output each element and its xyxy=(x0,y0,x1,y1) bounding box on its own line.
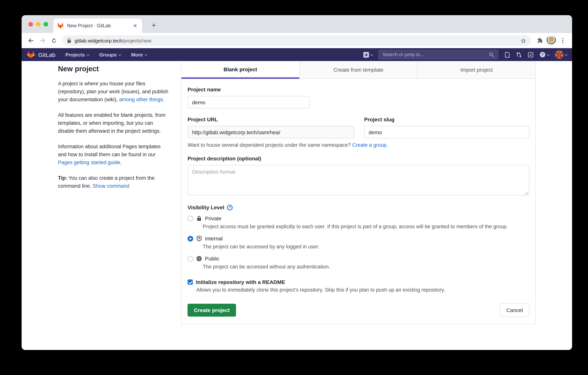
readme-label: Initialize repository with a README xyxy=(196,279,285,285)
among-other-things-link[interactable]: among other things xyxy=(119,97,163,102)
browser-menu-icon[interactable] xyxy=(558,36,567,45)
visibility-help-icon[interactable]: ? xyxy=(227,205,233,210)
tab-blank-project[interactable]: Blank project xyxy=(181,61,299,79)
pages-paragraph: Information about additional Pages templ… xyxy=(58,143,168,166)
create-a-group-link[interactable]: Create a group. xyxy=(352,142,388,148)
url-path: /projects/new xyxy=(122,38,151,44)
browser-tabstrip: New Project · GitLab ✕ + xyxy=(21,15,572,33)
nav-projects-menu[interactable]: Projects xyxy=(65,52,89,57)
pages-guide-link[interactable]: Pages getting started guide xyxy=(58,160,120,165)
url-bar[interactable]: gitlab.widgetcorp.tech/projects/new xyxy=(63,35,531,46)
chevron-down-icon xyxy=(118,53,121,56)
namespace-hint: Want to house several dependent projects… xyxy=(188,142,529,148)
globe-icon xyxy=(196,255,202,262)
reload-icon[interactable] xyxy=(49,36,59,45)
gitlab-navbar: GitLab Projects Groups More Search or ju… xyxy=(21,48,572,61)
project-name-input[interactable] xyxy=(188,96,310,109)
browser-window: New Project · GitLab ✕ + gitlab.widgetco… xyxy=(21,15,572,350)
project-slug-label: Project slug xyxy=(364,116,529,122)
project-url-label: Project URL xyxy=(188,116,354,122)
create-project-button[interactable]: Create project xyxy=(188,304,236,317)
readme-checkbox[interactable] xyxy=(188,279,193,285)
search-icon xyxy=(489,52,494,57)
chevron-down-icon xyxy=(547,53,550,56)
internal-radio[interactable] xyxy=(188,236,193,241)
visibility-option-internal: Internal The project can be accessed by … xyxy=(188,235,529,251)
user-avatar xyxy=(555,50,563,59)
todos-icon[interactable] xyxy=(528,52,534,57)
nav-groups-menu[interactable]: Groups xyxy=(99,52,120,57)
chevron-down-icon xyxy=(565,53,567,56)
page-title: New project xyxy=(58,65,168,73)
shield-icon xyxy=(196,235,202,242)
features-paragraph: All features are enabled for blank proje… xyxy=(58,111,168,135)
visibility-option-private: Private Project access must be granted e… xyxy=(188,215,529,231)
url-host: gitlab.widgetcorp.tech xyxy=(75,38,122,44)
browser-profile-avatar[interactable] xyxy=(546,36,556,45)
gitlab-logo-icon[interactable] xyxy=(27,51,35,58)
project-url-input[interactable] xyxy=(188,126,354,138)
search-placeholder: Search or jump to... xyxy=(383,52,489,57)
gitlab-brand[interactable]: GitLab xyxy=(38,51,55,58)
merge-requests-icon[interactable] xyxy=(516,52,522,57)
tab-close-icon[interactable]: ✕ xyxy=(132,22,138,29)
back-icon[interactable] xyxy=(26,36,36,45)
tab-import-project[interactable]: Import project xyxy=(417,61,535,79)
svg-text:?: ? xyxy=(541,53,544,56)
readme-section: Initialize repository with a README Allo… xyxy=(188,279,529,293)
project-type-tabs: Blank project Create from template Impor… xyxy=(181,61,535,79)
traffic-light-minimize[interactable] xyxy=(36,22,41,27)
lock-icon xyxy=(196,215,202,221)
intro-paragraph: A project is where you house your files … xyxy=(58,80,168,103)
search-input[interactable]: Search or jump to... xyxy=(378,50,498,59)
browser-toolbar: gitlab.widgetcorp.tech/projects/new xyxy=(21,33,572,48)
help-menu-button[interactable]: ? xyxy=(539,52,549,58)
plus-square-icon xyxy=(363,52,369,57)
gitlab-favicon-icon xyxy=(57,23,64,29)
issues-icon[interactable] xyxy=(504,52,510,57)
tip-paragraph: Tip: You can also create a project from … xyxy=(58,174,168,190)
project-description-textarea[interactable] xyxy=(188,165,529,195)
project-name-label: Project name xyxy=(188,87,529,92)
new-project-panel: Blank project Create from template Impor… xyxy=(181,61,536,324)
nav-more-menu[interactable]: More xyxy=(131,52,147,57)
readme-description: Allows you to immediately clone this pro… xyxy=(196,287,529,293)
user-menu-button[interactable] xyxy=(555,50,567,59)
show-command-link[interactable]: Show command xyxy=(93,183,129,189)
new-tab-button[interactable]: + xyxy=(149,21,159,30)
bookmark-star-icon[interactable] xyxy=(520,37,527,44)
traffic-light-close[interactable] xyxy=(28,22,33,27)
page-description-column: New project A project is where you house… xyxy=(58,64,168,198)
traffic-light-zoom[interactable] xyxy=(43,22,48,27)
new-menu-button[interactable] xyxy=(363,52,372,57)
browser-tab[interactable]: New Project · GitLab ✕ xyxy=(53,19,142,33)
forward-icon[interactable] xyxy=(38,36,47,45)
chevron-down-icon xyxy=(145,53,147,56)
page-content: New project A project is where you house… xyxy=(21,61,572,350)
private-radio[interactable] xyxy=(188,216,193,221)
resize-grip-icon[interactable] xyxy=(525,191,528,195)
cancel-button[interactable]: Cancel xyxy=(500,303,529,317)
tab-title: New Project · GitLab xyxy=(67,23,132,28)
chevron-down-icon xyxy=(87,53,89,56)
public-radio[interactable] xyxy=(188,256,193,261)
project-description-label: Project description (optional) xyxy=(188,155,529,162)
chevron-down-icon xyxy=(370,53,373,56)
visibility-level-label: Visibility Level xyxy=(188,204,224,210)
tab-create-from-template[interactable]: Create from template xyxy=(299,61,417,79)
blank-project-form: Project name Project URL Project slug Wa… xyxy=(181,79,535,324)
extensions-puzzle-icon[interactable] xyxy=(535,36,545,45)
secure-lock-icon[interactable] xyxy=(67,38,71,43)
visibility-option-public: Public The project can be accessed witho… xyxy=(188,255,529,271)
project-slug-input[interactable] xyxy=(364,126,529,138)
help-icon: ? xyxy=(539,52,546,58)
